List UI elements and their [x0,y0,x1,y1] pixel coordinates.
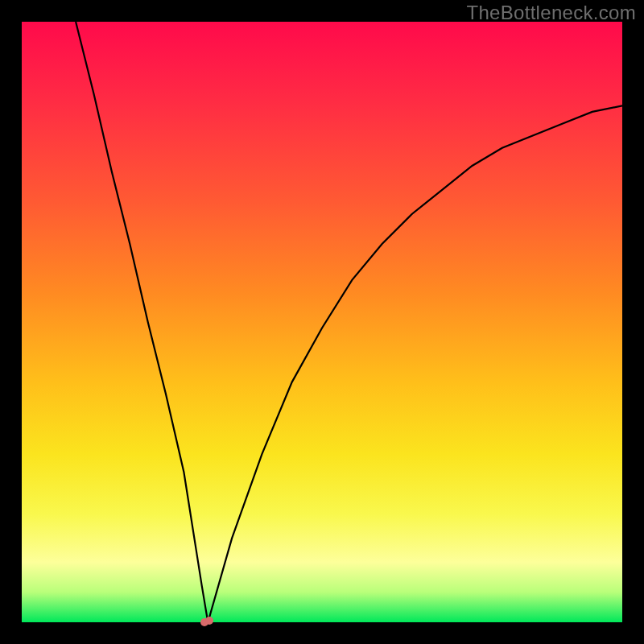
bottleneck-curve [22,22,622,622]
plot-area [22,22,622,622]
watermark-text: TheBottleneck.com [466,2,636,24]
chart-frame: TheBottleneck.com [0,0,644,644]
optimal-point-marker [200,617,215,628]
